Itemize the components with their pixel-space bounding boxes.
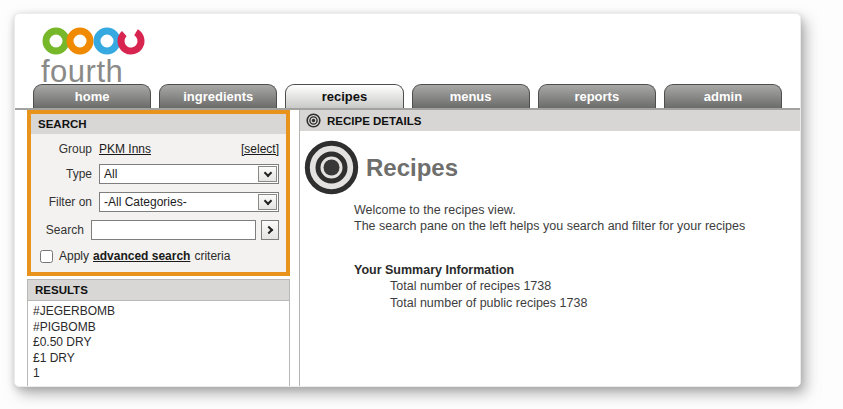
results-panel: RESULTS #JEGERBOMB #PIGBOMB £0.50 DRY £1… — [27, 279, 290, 386]
search-input[interactable] — [91, 220, 256, 240]
search-go-button[interactable] — [261, 220, 279, 240]
tab-reports[interactable]: reports — [538, 84, 656, 108]
search-panel: SEARCH Group PKM Inns [select] Type All — [27, 110, 290, 276]
list-item[interactable]: #PIGBOMB — [33, 320, 284, 336]
logo-area: fourth — [15, 14, 800, 84]
recipe-details-title: RECIPE DETAILS — [327, 115, 421, 127]
group-row: Group PKM Inns [select] — [38, 142, 279, 156]
main-tab-bar: home ingredients recipes menus reports a… — [15, 84, 800, 108]
chevron-right-icon — [265, 226, 273, 234]
type-select-arrow-button[interactable] — [258, 166, 277, 182]
page-title: Recipes — [366, 154, 458, 182]
results-panel-title: RESULTS — [28, 280, 289, 300]
chevron-down-icon — [263, 168, 271, 176]
summary-line: Total number of recipes 1738 — [390, 278, 800, 294]
search-panel-title: SEARCH — [31, 114, 286, 134]
filter-row: Filter on -All Categories- — [38, 192, 279, 212]
results-list[interactable]: #JEGERBOMB #PIGBOMB £0.50 DRY £1 DRY 1 — [28, 300, 289, 386]
welcome-line-1: Welcome to the recipes view. — [354, 202, 800, 218]
recipe-details-header: RECIPE DETAILS — [300, 110, 800, 131]
search-label: Search — [38, 223, 84, 237]
chevron-down-icon — [263, 196, 271, 204]
advanced-search-link[interactable]: advanced search — [93, 249, 190, 263]
summary-line: Total number of public recipes 1738 — [390, 295, 800, 311]
app-window: fourth home ingredients recipes menus re… — [14, 13, 801, 387]
group-select-link[interactable]: [select] — [241, 142, 279, 156]
advanced-prefix: Apply — [59, 249, 89, 263]
filter-select-arrow-button[interactable] — [258, 194, 277, 210]
recipe-details-panel: RECIPE DETAILS Recipes Welcome to the re… — [299, 110, 800, 386]
filter-select-value: -All Categories- — [100, 195, 257, 209]
filter-select[interactable]: -All Categories- — [99, 192, 279, 212]
tab-menus[interactable]: menus — [412, 84, 530, 108]
bullseye-icon — [306, 113, 321, 128]
left-panel: SEARCH Group PKM Inns [select] Type All — [15, 110, 294, 386]
tab-ingredients[interactable]: ingredients — [159, 84, 277, 108]
recipes-heading-row: Recipes — [304, 140, 800, 195]
advanced-search-row: Apply advanced search criteria — [40, 249, 279, 263]
content-area: SEARCH Group PKM Inns [select] Type All — [15, 108, 800, 386]
tab-home[interactable]: home — [33, 84, 151, 108]
type-select-value: All — [100, 167, 257, 181]
advanced-suffix: criteria — [194, 249, 230, 263]
group-value-link[interactable]: PKM Inns — [99, 142, 151, 156]
type-select[interactable]: All — [99, 164, 279, 184]
tab-recipes[interactable]: recipes — [285, 84, 403, 108]
list-item[interactable]: £0.50 DRY — [33, 335, 284, 351]
summary-block: Your Summary Information Total number of… — [354, 263, 800, 311]
search-row: Search — [38, 220, 279, 240]
recipe-details-body: Recipes Welcome to the recipes view. The… — [300, 131, 800, 311]
list-item[interactable]: 1 — [33, 366, 284, 382]
list-item[interactable]: #JEGERBOMB — [33, 304, 284, 320]
filter-label: Filter on — [38, 195, 92, 209]
tab-admin[interactable]: admin — [664, 84, 782, 108]
summary-title: Your Summary Information — [354, 263, 800, 277]
fourth-logo-loops-icon — [41, 23, 153, 57]
welcome-line-2: The search pane on the left helps you se… — [354, 218, 800, 234]
list-item[interactable]: £1 DRY — [33, 351, 284, 367]
advanced-search-checkbox[interactable] — [40, 250, 53, 263]
welcome-text: Welcome to the recipes view. The search … — [354, 202, 800, 234]
type-label: Type — [38, 167, 92, 181]
type-row: Type All — [38, 164, 279, 184]
group-label: Group — [38, 142, 92, 156]
recipes-bullseye-icon — [304, 140, 359, 195]
